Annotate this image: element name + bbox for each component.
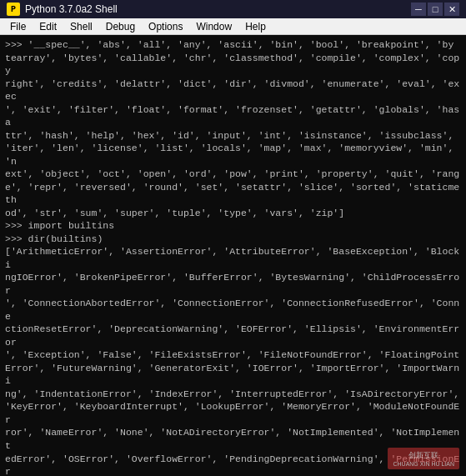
menu-debug[interactable]: Debug (99, 19, 142, 34)
menu-file[interactable]: File (3, 19, 33, 34)
console-line: ', 'ConnectionAbortedError', 'Connection… (5, 297, 461, 323)
console-line: ['ArithmeticError', 'AssertionError', 'A… (5, 245, 461, 271)
menu-window[interactable]: Window (189, 19, 238, 34)
console-line: ttr', 'hash', 'help', 'hex', 'id', 'inpu… (5, 129, 461, 143)
console-line: ngIOError', 'BrokenPipeError', 'BufferEr… (5, 271, 461, 297)
menu-bar: File Edit Shell Debug Options Window Hel… (0, 18, 466, 35)
console-line: >>> '__spec__', 'abs', 'all', 'any', 'as… (5, 38, 461, 52)
minimize-button[interactable]: ─ (411, 3, 426, 16)
console-line: 'KeyError', 'KeyboardInterrupt', 'Lookup… (5, 400, 461, 426)
window-title: Python 3.7.0a2 Shell (25, 3, 118, 15)
console-line: ', 'exit', 'filter', 'float', 'format', … (5, 103, 461, 129)
app-icon: P (7, 3, 20, 16)
maximize-button[interactable]: □ (428, 3, 443, 16)
console-line: od', 'str', 'sum', 'super', 'tuple', 'ty… (5, 207, 461, 220)
console-line: ng', 'IndentationError', 'IndexError', '… (5, 388, 461, 401)
console-line: ', 'Exception', 'False', 'FileExistsErro… (5, 348, 461, 362)
menu-help[interactable]: Help (238, 19, 273, 34)
title-bar: P Python 3.7.0a2 Shell ─ □ ✕ (0, 0, 466, 18)
console-line: ext', 'object', 'oct', 'open', 'ord', 'p… (5, 168, 461, 181)
console-line: e', 'repr', 'reversed', 'round', 'set', … (5, 181, 461, 207)
close-button[interactable]: ✕ (444, 3, 459, 16)
window-controls: ─ □ ✕ (411, 3, 459, 16)
console-line: Error', 'FutureWarning', 'GeneratorExit'… (5, 362, 461, 388)
menu-options[interactable]: Options (142, 19, 189, 34)
console-line: right', 'credits', 'delattr', 'dict', 'd… (5, 78, 461, 103)
console-output[interactable]: >>> '__spec__', 'abs', 'all', 'any', 'as… (0, 35, 466, 476)
watermark: 创新互联 CHUANG XIN HU LIAN (388, 448, 459, 469)
menu-edit[interactable]: Edit (33, 19, 63, 34)
watermark-line2: CHUANG XIN HU LIAN (393, 461, 454, 467)
console-line: ctionResetError', 'DeprecationWarning', … (5, 323, 461, 348)
console-line: >>> import builtins (5, 219, 461, 233)
menu-shell[interactable]: Shell (63, 19, 99, 34)
console-line: >>> dir(builtins) (5, 233, 461, 246)
console-line: tearray', 'bytes', 'callable', 'chr', 'c… (5, 52, 461, 78)
watermark-line1: 创新互联 (393, 450, 454, 461)
console-line: 'iter', 'len', 'license', 'list', 'local… (5, 142, 461, 168)
